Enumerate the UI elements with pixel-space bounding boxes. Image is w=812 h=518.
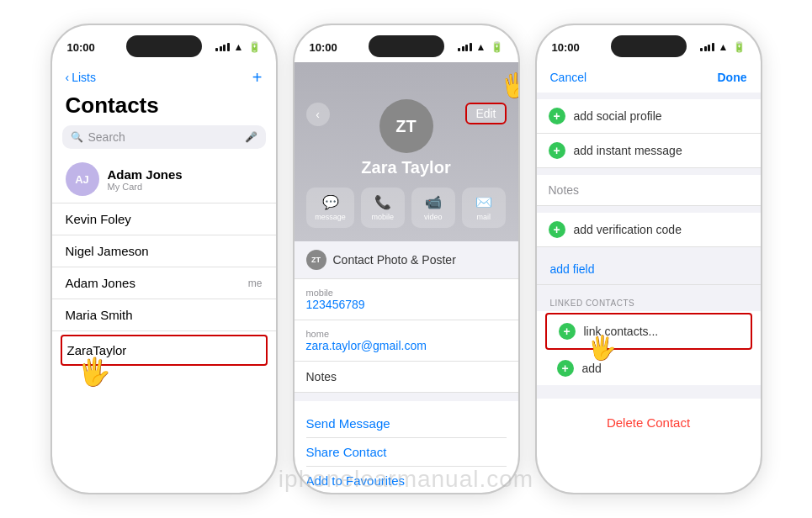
p1-search-bar[interactable]: 🔍 Search 🎤 <box>62 125 266 149</box>
p3-navigation: Cancel Done <box>537 62 761 92</box>
p2-contact-name: Zara Taylor <box>361 158 450 177</box>
p2-mail-button[interactable]: ✉️ mail <box>462 188 506 228</box>
p3-notes-label: Notes <box>549 183 580 197</box>
p2-avatar: ZT <box>379 99 433 153</box>
contact-row-zara-highlighted[interactable]: ZaraTaylor <box>61 335 268 366</box>
p2-share-contact-link[interactable]: Share Contact <box>306 438 507 467</box>
p3-add-verification-row[interactable]: + add verification code <box>537 213 761 247</box>
phone-3-screen: 10:00 ▲ 🔋 Cancel Done + <box>537 25 761 493</box>
p3-spacer-4 <box>537 247 761 254</box>
p3-add-social-label: add social profile <box>574 109 662 123</box>
status-icons-2: ▲ 🔋 <box>458 41 502 53</box>
contact-row-kevin[interactable]: Kevin Foley <box>52 204 276 235</box>
p2-photo-poster-row[interactable]: ZT Contact Photo & Poster <box>295 241 518 279</box>
p3-done-button[interactable]: Done <box>718 71 747 84</box>
p3-plus-instant-icon: + <box>549 142 565 159</box>
status-time-2: 10:00 <box>310 41 337 54</box>
status-time-3: 10:00 <box>552 41 580 54</box>
contact-row-adam[interactable]: Adam Jones me <box>52 267 276 299</box>
p2-video-button[interactable]: 📹 video <box>411 188 455 228</box>
p2-home-row[interactable]: home zara.taylor@gmail.com <box>295 320 518 362</box>
p1-add-button[interactable]: + <box>252 68 263 87</box>
signal-icon-1 <box>215 43 230 51</box>
p2-spacer <box>295 393 518 401</box>
phone-2: 10:00 ▲ 🔋 ‹ Edit 🖐 <box>293 24 520 494</box>
hand-icon-2: 🖐 <box>501 72 518 98</box>
p3-spacer-6 <box>537 385 761 399</box>
contact-name-maria: Maria Smith <box>66 308 133 322</box>
status-time-1: 10:00 <box>67 41 95 54</box>
p3-add-verification-label: add verification code <box>574 223 682 236</box>
p1-card-info: Adam Jones My Card <box>108 167 183 192</box>
p3-add-field-row[interactable]: add field <box>537 254 761 285</box>
search-input[interactable]: Search <box>88 130 240 144</box>
message-icon: 💬 <box>322 194 339 210</box>
phone-icon: 📞 <box>374 194 391 210</box>
dynamic-island-3 <box>611 35 687 57</box>
p3-link-contacts-row[interactable]: + link contacts... <box>545 313 752 350</box>
p2-send-message-link[interactable]: Send Message <box>306 410 507 438</box>
p2-mobile-button[interactable]: 📞 mobile <box>361 188 405 228</box>
p2-photo-poster-label: Contact Photo & Poster <box>333 253 456 267</box>
p3-spacer-5 <box>537 285 761 292</box>
cursor-hand-2: 🖐 <box>501 74 518 98</box>
mic-icon: 🎤 <box>245 131 257 143</box>
video-label: video <box>424 213 443 221</box>
p1-avatar: AJ <box>66 162 99 196</box>
p2-action-buttons: 💬 message 📞 mobile 📹 video ✉️ mail <box>306 188 506 228</box>
search-icon: 🔍 <box>71 131 83 143</box>
message-label: message <box>315 213 346 221</box>
p2-mobile-label: mobile <box>306 288 507 298</box>
p3-add-social-row[interactable]: + add social profile <box>537 99 761 134</box>
phone-1-screen: 10:00 ▲ 🔋 ‹ Lists + <box>52 25 276 493</box>
contact-me-label: me <box>248 278 263 289</box>
contacts-title: Contacts <box>52 92 276 125</box>
p2-home-value: zara.taylor@gmail.com <box>306 339 507 352</box>
p3-add-field-label: add field <box>550 262 595 276</box>
contact-name-kevin: Kevin Foley <box>66 212 131 226</box>
mobile-label: mobile <box>372 213 395 221</box>
phone-3: 10:00 ▲ 🔋 Cancel Done + <box>535 24 762 494</box>
signal-icon-3 <box>700 43 714 51</box>
p3-add-label: add <box>582 362 602 375</box>
contact-name-nigel: Nigel Jameson <box>66 244 149 258</box>
p3-delete-row[interactable]: Delete Contact <box>537 405 761 441</box>
battery-icon-2: 🔋 <box>491 41 503 53</box>
video-icon: 📹 <box>425 194 442 210</box>
p1-card-name: Adam Jones <box>108 167 183 182</box>
contact-row-nigel[interactable]: Nigel Jameson <box>52 235 276 267</box>
p3-notes-row[interactable]: Notes <box>537 175 761 206</box>
phone-2-screen: 10:00 ▲ 🔋 ‹ Edit 🖐 <box>295 25 518 493</box>
p2-edit-button[interactable]: Edit <box>465 103 506 124</box>
p3-add-instant-row[interactable]: + add instant message <box>537 134 761 168</box>
contact-name-adam: Adam Jones <box>66 276 135 290</box>
p3-plus-social-icon: + <box>549 108 565 124</box>
p2-contact-header: ‹ Edit 🖐 ZT Zara Taylor 💬 message 📞 <box>295 62 518 241</box>
p2-links-section: Send Message Share Contact Add to Favour… <box>295 401 518 493</box>
p3-cancel-button[interactable]: Cancel <box>550 71 587 84</box>
mail-label: mail <box>477 213 491 221</box>
my-card-row[interactable]: AJ Adam Jones My Card <box>52 156 276 204</box>
p2-add-favourites-link[interactable]: Add to Favourites <box>306 467 507 493</box>
wifi-icon-1: ▲ <box>234 41 244 53</box>
p3-link-contacts-label: link contacts... <box>584 325 659 338</box>
p2-message-button[interactable]: 💬 message <box>306 188 354 228</box>
p3-add-contact-row[interactable]: + add <box>545 352 752 385</box>
wifi-icon-3: ▲ <box>719 41 729 53</box>
p3-plus-link-icon: + <box>559 323 576 340</box>
p2-home-label: home <box>306 329 507 339</box>
signal-icon-2 <box>458 43 472 51</box>
p1-back-button[interactable]: ‹ Lists <box>66 71 96 84</box>
phone-1: 10:00 ▲ 🔋 ‹ Lists + <box>50 24 278 494</box>
p1-navigation: ‹ Lists + <box>52 62 276 92</box>
p2-mobile-row[interactable]: mobile 123456789 <box>295 279 518 320</box>
p2-back-button[interactable]: ‹ <box>306 103 330 126</box>
mail-icon: ✉️ <box>475 194 492 210</box>
p2-notes-row: Notes <box>295 362 518 393</box>
p2-photo-avatar: ZT <box>306 250 326 270</box>
p3-spacer-3 <box>537 206 761 213</box>
contact-name-zara: ZaraTaylor <box>67 343 127 357</box>
contact-row-maria[interactable]: Maria Smith <box>52 299 276 331</box>
wifi-icon-2: ▲ <box>476 41 486 53</box>
battery-icon-1: 🔋 <box>248 41 261 53</box>
